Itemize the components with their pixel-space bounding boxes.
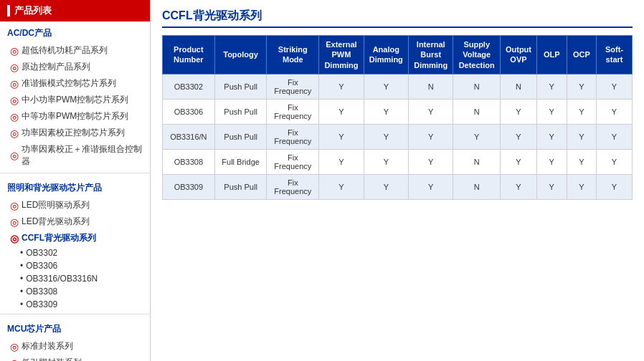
dot-icon: • <box>20 248 23 258</box>
td-product: OB3309 <box>163 174 215 199</box>
td-olp: Y <box>536 99 567 124</box>
td-striking: Fix Frequency <box>267 74 319 99</box>
td-ovp: Y <box>501 149 537 174</box>
th-output-ovp: Output OVP <box>501 36 537 74</box>
td-epwm: Y <box>319 149 364 174</box>
sidebar-item-low-pin[interactable]: ◎低引脚封装系列 <box>0 355 150 361</box>
td-striking: Fix Frequency <box>267 99 319 124</box>
td-iburst: Y <box>409 124 453 149</box>
td-ocp: Y <box>567 99 597 124</box>
td-topology: Push Pull <box>214 174 267 199</box>
td-epwm: Y <box>319 124 364 149</box>
sidebar-item-led-backlight[interactable]: ◎LED背光驱动系列 <box>0 213 150 230</box>
th-striking-mode: Striking Mode <box>267 36 319 74</box>
sidebar-sub-ob3308[interactable]: •OB3308 <box>0 285 150 298</box>
sidebar-sub-ob3302[interactable]: •OB3302 <box>0 246 150 259</box>
td-ocp: Y <box>567 149 597 174</box>
bullet-icon: ◎ <box>10 201 19 211</box>
product-table: Product Number Topology Striking Mode Ex… <box>162 35 633 200</box>
main-content: CCFL背光驱动系列 Product Number Topology Strik… <box>151 0 644 361</box>
sidebar-header: 产品列表 <box>0 0 150 21</box>
sidebar-item-3[interactable]: ◎中小功率PWM控制芯片系列 <box>0 92 150 108</box>
bullet-icon: ◎ <box>10 128 19 138</box>
sidebar-item-ccfl[interactable]: ◎CCFL背光驱动系列 <box>0 230 150 246</box>
table-row: OB3309Push PullFix FrequencyYYYNYYYY <box>163 174 633 199</box>
bullet-icon: ◎ <box>10 358 19 362</box>
sidebar-item-4[interactable]: ◎中等功率PWM控制芯片系列 <box>0 108 150 125</box>
dot-icon: • <box>20 287 23 297</box>
th-olp: OLP <box>536 36 567 74</box>
sidebar-section-mcu: MCU芯片产品 <box>0 317 150 338</box>
td-topology: Full Bridge <box>214 149 267 174</box>
dot-icon: • <box>20 299 23 309</box>
td-ocp: Y <box>567 124 597 149</box>
sidebar-section-lighting: 照明和背光驱动芯片产品 <box>0 176 150 197</box>
sidebar-item-0[interactable]: ◎超低待机功耗产品系列 <box>0 42 150 59</box>
td-analog: Y <box>364 99 408 124</box>
td-olp: Y <box>536 74 567 99</box>
td-ocp: Y <box>567 74 597 99</box>
bullet-icon: ◎ <box>10 95 19 105</box>
dot-icon: • <box>20 274 23 284</box>
page-title: CCFL背光驱动系列 <box>162 9 633 28</box>
th-topology: Topology <box>214 36 267 74</box>
bullet-icon: ◎ <box>10 234 19 244</box>
td-product: OB3302 <box>163 74 215 99</box>
td-analog: Y <box>364 149 408 174</box>
td-topology: Push Pull <box>214 124 267 149</box>
sidebar-header-icon <box>7 5 10 16</box>
bullet-icon: ◎ <box>10 217 19 227</box>
td-ovp: Y <box>501 174 537 199</box>
table-row: OB3302Push PullFix FrequencyYYNNNYYY <box>163 74 633 99</box>
td-iburst: N <box>409 74 453 99</box>
td-striking: Fix Frequency <box>267 124 319 149</box>
td-analog: Y <box>364 174 408 199</box>
bullet-icon: ◎ <box>10 46 19 56</box>
td-epwm: Y <box>319 99 364 124</box>
td-supply: N <box>453 174 501 199</box>
td-olp: Y <box>536 149 567 174</box>
sidebar-section-acdc: AC/DC产品 <box>0 21 150 42</box>
th-supply-voltage: Supply Voltage Detection <box>453 36 501 74</box>
td-analog: Y <box>364 74 408 99</box>
sidebar-header-label: 产品列表 <box>14 4 52 17</box>
sidebar-sub-ob3306[interactable]: •OB3306 <box>0 259 150 272</box>
td-soft: Y <box>597 99 633 124</box>
td-soft: Y <box>597 124 633 149</box>
sidebar-item-std-package[interactable]: ◎标准封装系列 <box>0 338 150 355</box>
dot-icon: • <box>20 261 23 271</box>
td-epwm: Y <box>319 174 364 199</box>
td-iburst: Y <box>409 149 453 174</box>
sidebar-item-2[interactable]: ◎准谐振模式控制芯片系列 <box>0 75 150 92</box>
sidebar-item-1[interactable]: ◎原边控制产品系列 <box>0 59 150 75</box>
td-olp: Y <box>536 124 567 149</box>
sidebar-sub-ob3316[interactable]: •OB3316/OB3316N <box>0 272 150 285</box>
td-topology: Push Pull <box>214 99 267 124</box>
bullet-icon: ◎ <box>10 79 19 89</box>
table-row: OB3306Push PullFix FrequencyYYYNYYYY <box>163 99 633 124</box>
sidebar-divider-1 <box>0 173 150 173</box>
th-product-number: Product Number <box>163 36 215 74</box>
table-row: OB3316/NPush PullFix FrequencyYYYYYYYY <box>163 124 633 149</box>
table-row: OB3308Full BridgeFix FrequencyYYYNYYYY <box>163 149 633 174</box>
sidebar-sub-ob3309[interactable]: •OB3309 <box>0 298 150 311</box>
sidebar: 产品列表 AC/DC产品 ◎超低待机功耗产品系列 ◎原边控制产品系列 ◎准谐振模… <box>0 0 151 361</box>
td-soft: Y <box>597 174 633 199</box>
td-epwm: Y <box>319 74 364 99</box>
td-product: OB3316/N <box>163 124 215 149</box>
sidebar-item-led-lighting[interactable]: ◎LED照明驱动系列 <box>0 197 150 213</box>
bullet-icon: ◎ <box>10 342 19 352</box>
td-ocp: Y <box>567 174 597 199</box>
td-iburst: Y <box>409 174 453 199</box>
td-analog: Y <box>364 124 408 149</box>
th-external-pwm: External PWM Dimming <box>319 36 364 74</box>
sidebar-item-6[interactable]: ◎功率因素校正＋准谐振组合控制器 <box>0 141 150 170</box>
bullet-icon: ◎ <box>10 150 19 160</box>
td-soft: Y <box>597 149 633 174</box>
sidebar-item-5[interactable]: ◎功率因素校正控制芯片系列 <box>0 125 150 141</box>
td-ovp: Y <box>501 124 537 149</box>
td-soft: Y <box>597 74 633 99</box>
td-product: OB3308 <box>163 149 215 174</box>
td-product: OB3306 <box>163 99 215 124</box>
th-soft-start: Soft-start <box>597 36 633 74</box>
